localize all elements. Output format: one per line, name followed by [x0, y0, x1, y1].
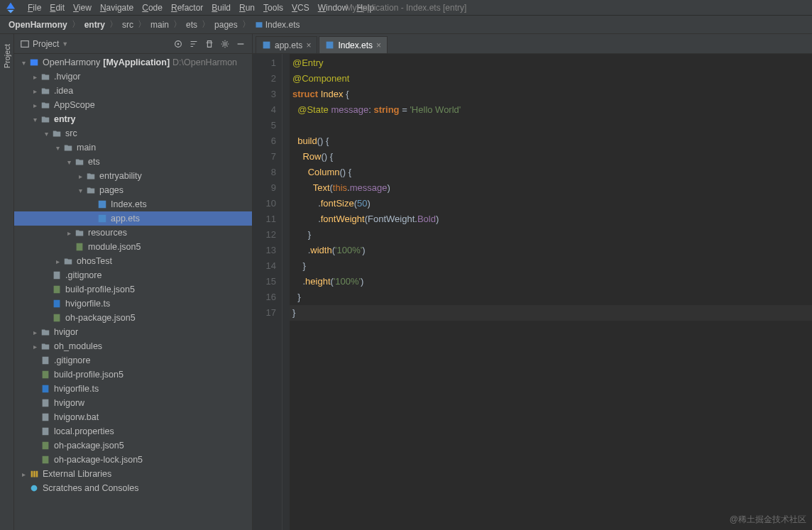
- code-line-3[interactable]: struct Index {: [290, 87, 812, 102]
- tree-item-appscope[interactable]: ▸AppScope: [14, 98, 252, 112]
- tree-item--gitignore[interactable]: .gitignore: [14, 268, 252, 282]
- menu-vcs[interactable]: VCS: [287, 1, 314, 14]
- code-content[interactable]: @Entry@Componentstruct Index { @State me…: [290, 54, 812, 530]
- menu-run[interactable]: Run: [235, 1, 259, 14]
- tree-item-external-libraries[interactable]: ▸External Libraries: [14, 467, 252, 481]
- tree-item-scratches-and-consoles[interactable]: Scratches and Consoles: [14, 481, 252, 495]
- tree-item-src[interactable]: ▾src: [14, 126, 252, 140]
- tree-arrow-icon[interactable]: ▾: [75, 187, 85, 194]
- code-line-4[interactable]: @State message: string = 'Hello World': [290, 102, 812, 118]
- tree-arrow-icon[interactable]: ▾: [64, 158, 74, 166]
- breadcrumb-item[interactable]: src: [121, 18, 135, 31]
- tree-item-hvigor[interactable]: ▸hvigor: [14, 325, 252, 339]
- code-line-16[interactable]: }: [290, 289, 812, 305]
- tree-item-pages[interactable]: ▾pages: [14, 183, 252, 197]
- tree-item-hvigorfile-ts[interactable]: hvigorfile.ts: [14, 297, 252, 311]
- tree-item-oh-package-json5[interactable]: oh-package.json5: [14, 438, 252, 453]
- code-line-10[interactable]: .fontSize(50): [290, 196, 812, 211]
- tree-arrow-icon[interactable]: ▾: [18, 59, 28, 67]
- menu-file[interactable]: File: [23, 1, 45, 14]
- json-icon: [40, 370, 51, 380]
- tree-label: Scratches and Consoles: [43, 483, 139, 493]
- tree-item--idea[interactable]: ▸.idea: [14, 84, 252, 98]
- gear-icon[interactable]: [219, 38, 231, 50]
- tree-item-oh-package-json5[interactable]: oh-package.json5: [14, 311, 252, 325]
- code-line-13[interactable]: .width('100%'): [290, 243, 812, 258]
- code-line-6[interactable]: build() {: [290, 133, 812, 149]
- code-line-17[interactable]: }: [290, 305, 812, 321]
- expand-all-icon[interactable]: [204, 38, 215, 50]
- tree-arrow-icon[interactable]: ▸: [64, 229, 74, 237]
- tree-arrow-icon[interactable]: ▸: [75, 172, 85, 180]
- code-line-11[interactable]: .fontWeight(FontWeight.Bold): [290, 211, 812, 227]
- svg-rect-16: [43, 399, 49, 407]
- tree-item-module-json5[interactable]: module.json5: [14, 240, 252, 254]
- tree-arrow-icon[interactable]: ▾: [30, 116, 40, 123]
- breadcrumb-item[interactable]: OpenHarmony: [7, 18, 69, 31]
- breadcrumb-item[interactable]: pages: [213, 18, 239, 31]
- select-opened-file-icon[interactable]: [172, 38, 184, 50]
- breadcrumb-item[interactable]: ets: [185, 18, 199, 31]
- tree-item--hvigor[interactable]: ▸.hvigor: [14, 70, 252, 84]
- code-line-2[interactable]: @Component: [290, 71, 812, 87]
- code-line-5[interactable]: [290, 118, 812, 133]
- code-line-14[interactable]: }: [290, 258, 812, 274]
- menu-edit[interactable]: Edit: [45, 1, 69, 14]
- close-icon[interactable]: ×: [306, 40, 311, 50]
- menu-refactor[interactable]: Refactor: [167, 1, 207, 14]
- tree-item-openharmony[interactable]: ▾OpenHarmony[MyApplication]D:\OpenHarmon: [14, 55, 252, 70]
- menu-navigate[interactable]: Navigate: [96, 1, 138, 14]
- chevron-right-icon: 〉: [138, 18, 146, 31]
- minimize-icon[interactable]: [235, 38, 246, 50]
- tree-arrow-icon[interactable]: ▾: [53, 144, 62, 152]
- menu-tools[interactable]: Tools: [259, 1, 287, 14]
- tree-item-build-profile-json5[interactable]: build-profile.json5: [14, 282, 252, 297]
- code-line-1[interactable]: @Entry: [290, 55, 812, 71]
- editor-tab-Index-ets[interactable]: Index.ets×: [319, 36, 388, 53]
- code-line-7[interactable]: Row() {: [290, 149, 812, 165]
- tree-arrow-icon[interactable]: ▾: [41, 130, 51, 138]
- tree-item-entryability[interactable]: ▸entryability: [14, 169, 252, 183]
- tree-arrow-icon[interactable]: ▸: [30, 343, 40, 350]
- tree-item-ohostest[interactable]: ▸ohosTest: [14, 254, 252, 268]
- project-tool-tab[interactable]: Project: [3, 41, 11, 71]
- code-line-12[interactable]: }: [290, 227, 812, 243]
- tree-item-resources[interactable]: ▸resources: [14, 226, 252, 240]
- menu-view[interactable]: View: [69, 1, 96, 14]
- tree-item-local-properties[interactable]: local.properties: [14, 424, 252, 438]
- code-line-15[interactable]: .height('100%'): [290, 274, 812, 289]
- breadcrumb-item[interactable]: Index.ets: [253, 18, 302, 31]
- fld-icon: [51, 128, 62, 138]
- tree-arrow-icon[interactable]: ▸: [53, 258, 62, 265]
- tree-item-index-ets[interactable]: Index.ets: [14, 197, 252, 211]
- tree-item-ets[interactable]: ▾ets: [14, 155, 252, 169]
- tree-item-oh-package-lock-json5[interactable]: oh-package-lock.json5: [14, 453, 252, 467]
- tree-item-hvigorfile-ts[interactable]: hvigorfile.ts: [14, 382, 252, 396]
- close-icon[interactable]: ×: [376, 40, 381, 50]
- tree-item-main[interactable]: ▾main: [14, 140, 252, 155]
- menu-build[interactable]: Build: [207, 1, 235, 14]
- watermark-text: @稀土掘金技术社区: [730, 514, 806, 526]
- tree-arrow-icon[interactable]: ▸: [18, 470, 28, 478]
- project-view-selector[interactable]: Project ▼: [20, 39, 68, 49]
- project-tree[interactable]: ▾OpenHarmony[MyApplication]D:\OpenHarmon…: [14, 54, 252, 530]
- tree-arrow-icon[interactable]: ▸: [30, 329, 40, 336]
- code-editor[interactable]: 1234567891011121314151617 @Entry@Compone…: [253, 54, 812, 530]
- menu-code[interactable]: Code: [138, 1, 167, 14]
- code-line-8[interactable]: Column() {: [290, 165, 812, 180]
- breadcrumb-item[interactable]: entry: [83, 18, 106, 31]
- tree-item-oh-modules[interactable]: ▸oh_modules: [14, 339, 252, 353]
- editor-tab-app-ets[interactable]: app.ets×: [256, 36, 317, 53]
- breadcrumb-item[interactable]: main: [149, 18, 170, 31]
- tree-item--gitignore[interactable]: .gitignore: [14, 353, 252, 368]
- code-line-9[interactable]: Text(this.message): [290, 180, 812, 196]
- sort-icon[interactable]: [188, 38, 199, 50]
- tree-arrow-icon[interactable]: ▸: [30, 101, 40, 109]
- tree-item-hvigorw[interactable]: hvigorw: [14, 396, 252, 410]
- tree-item-build-profile-json5[interactable]: build-profile.json5: [14, 368, 252, 382]
- tree-arrow-icon[interactable]: ▸: [30, 73, 40, 81]
- tree-item-app-ets[interactable]: app.ets: [14, 211, 252, 226]
- tree-arrow-icon[interactable]: ▸: [30, 87, 40, 95]
- tree-item-hvigorw-bat[interactable]: hvigorw.bat: [14, 410, 252, 424]
- tree-item-entry[interactable]: ▾entry: [14, 112, 252, 126]
